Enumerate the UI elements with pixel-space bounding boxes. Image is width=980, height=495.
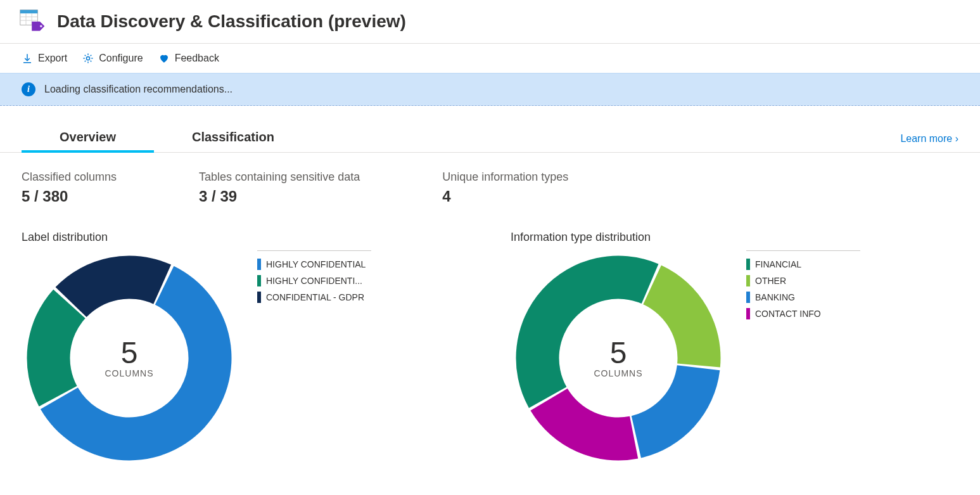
tab-classification[interactable]: Classification: [154, 125, 312, 152]
feedback-label: Feedback: [175, 53, 219, 64]
legend-label: CONFIDENTIAL - GDPR: [266, 292, 364, 302]
learn-more-link[interactable]: Learn more ›: [900, 133, 958, 152]
legend-swatch: [257, 259, 261, 270]
svg-point-7: [87, 56, 90, 60]
stat-label: Unique information types: [442, 170, 568, 184]
stat-unique-info-types: Unique information types 4: [442, 170, 568, 205]
legend-swatch: [257, 275, 261, 286]
legend-item[interactable]: CONTACT INFO: [746, 305, 860, 322]
gear-icon: [82, 53, 94, 64]
chart-title: Label distribution: [22, 231, 371, 244]
page-header: Data Discovery & Classification (preview…: [0, 0, 980, 44]
legend-swatch: [746, 308, 750, 319]
donut-center-text: COLUMNS: [594, 368, 642, 378]
banner-text: Loading classification recommendations..…: [44, 84, 232, 95]
configure-button[interactable]: Configure: [82, 53, 143, 64]
legend-label: CONTACT INFO: [755, 309, 821, 319]
database-tag-icon: [19, 8, 47, 35]
stat-tables-sensitive: Tables containing sensitive data 3 / 39: [199, 170, 360, 205]
legend-swatch: [746, 292, 750, 303]
download-icon: [22, 53, 33, 64]
stat-value: 4: [442, 188, 568, 205]
chart-label-distribution: Label distribution 5 COLUMNS HIGHLY CONF…: [22, 231, 371, 466]
command-bar: Export Configure Feedback: [0, 44, 980, 73]
legend-swatch: [257, 292, 261, 303]
stat-value: 5 / 380: [22, 188, 117, 205]
donut-slice[interactable]: [643, 265, 720, 367]
chart-info-type-distribution: Information type distribution 5 COLUMNS …: [511, 231, 860, 466]
legend-item[interactable]: OTHER: [746, 273, 860, 289]
donut-center: 5 COLUMNS: [105, 338, 153, 378]
legend-item[interactable]: HIGHLY CONFIDENTIAL: [257, 256, 371, 273]
configure-label: Configure: [99, 53, 143, 64]
svg-rect-1: [20, 10, 38, 14]
legend-item[interactable]: CONFIDENTIAL - GDPR: [257, 289, 371, 305]
info-icon: i: [22, 82, 35, 96]
donut-center-text: COLUMNS: [105, 368, 153, 378]
legend-swatch: [746, 275, 750, 286]
legend-item[interactable]: FINANCIAL: [746, 256, 860, 273]
donut-center-number: 5: [105, 338, 153, 368]
legend-item[interactable]: HIGHLY CONFIDENTI...: [257, 273, 371, 289]
legend-item[interactable]: BANKING: [746, 289, 860, 305]
export-label: Export: [38, 53, 67, 64]
legend-info-type-distribution: FINANCIALOTHERBANKINGCONTACT INFO: [746, 250, 860, 322]
charts-row: Label distribution 5 COLUMNS HIGHLY CONF…: [0, 205, 980, 466]
donut-label-distribution: 5 COLUMNS: [22, 250, 237, 466]
donut-slice[interactable]: [632, 365, 720, 458]
stats-row: Classified columns 5 / 380 Tables contai…: [0, 153, 980, 205]
donut-slice[interactable]: [516, 256, 659, 408]
legend-label: BANKING: [755, 292, 795, 302]
legend-label: HIGHLY CONFIDENTIAL: [266, 259, 366, 269]
stat-value: 3 / 39: [199, 188, 360, 205]
stat-label: Classified columns: [22, 170, 117, 184]
page-title: Data Discovery & Classification (preview…: [57, 11, 406, 32]
legend-swatch: [746, 259, 750, 270]
export-button[interactable]: Export: [22, 53, 67, 64]
feedback-button[interactable]: Feedback: [158, 53, 219, 64]
legend-label-distribution: HIGHLY CONFIDENTIALHIGHLY CONFIDENTI...C…: [257, 250, 371, 305]
loading-banner: i Loading classification recommendations…: [0, 73, 980, 106]
tab-overview[interactable]: Overview: [22, 125, 154, 152]
stat-label: Tables containing sensitive data: [199, 170, 360, 184]
tabs: Overview Classification Learn more ›: [0, 106, 980, 153]
legend-label: OTHER: [755, 276, 786, 286]
chart-title: Information type distribution: [511, 231, 860, 244]
donut-center: 5 COLUMNS: [594, 338, 642, 378]
stat-classified-columns: Classified columns 5 / 380: [22, 170, 117, 205]
donut-slice[interactable]: [530, 389, 638, 461]
svg-point-6: [40, 25, 42, 28]
heart-icon: [158, 53, 170, 64]
legend-label: FINANCIAL: [755, 259, 801, 269]
donut-center-number: 5: [594, 338, 642, 368]
legend-label: HIGHLY CONFIDENTI...: [266, 276, 362, 286]
donut-info-type-distribution: 5 COLUMNS: [511, 250, 726, 466]
